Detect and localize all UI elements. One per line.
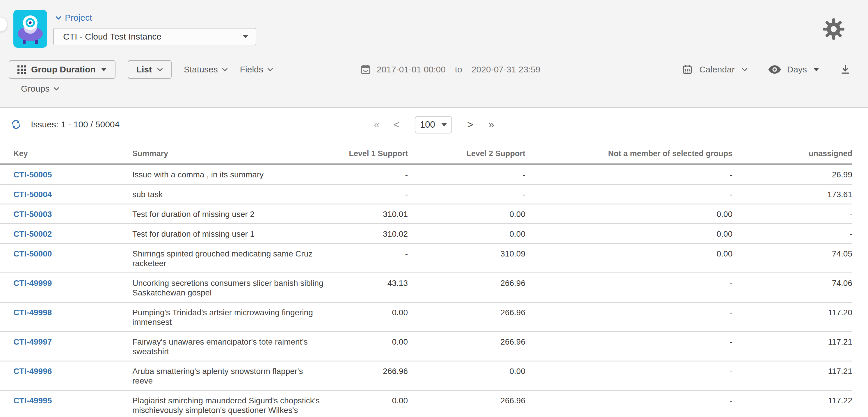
unassigned-cell: 117.21 xyxy=(733,332,852,361)
first-page-button[interactable]: « xyxy=(374,120,378,130)
level1-cell: - xyxy=(336,244,408,273)
column-header-unassigned[interactable]: unassigned xyxy=(733,149,852,164)
level2-cell: 310.09 xyxy=(408,244,525,273)
column-header-not-member[interactable]: Not a member of selected groups xyxy=(525,149,733,164)
next-page-button[interactable]: > xyxy=(467,120,473,130)
chevron-down-icon xyxy=(54,87,59,91)
table-row: CTI-50004sub task---173.61 xyxy=(0,184,852,204)
level2-cell: - xyxy=(408,184,525,204)
refresh-icon xyxy=(10,118,22,131)
toolbar-left-group: Group Duration List Statuses Fields xyxy=(9,60,273,79)
unassigned-cell: 173.61 xyxy=(733,184,852,204)
issue-key-cell: CTI-50000 xyxy=(0,244,132,273)
column-header-level2[interactable]: Level 2 Support xyxy=(408,149,525,164)
not-member-cell: - xyxy=(525,164,733,184)
prev-page-button[interactable]: < xyxy=(394,120,400,130)
issue-summary-cell: sub task xyxy=(132,184,336,204)
issue-key-cell: CTI-50002 xyxy=(0,224,132,244)
groups-dropdown[interactable]: Groups xyxy=(21,84,59,94)
column-header-summary[interactable]: Summary xyxy=(132,149,336,164)
level1-cell: 0.00 xyxy=(336,390,408,417)
days-unit-dropdown[interactable]: Days xyxy=(768,65,819,74)
level2-cell: 266.96 xyxy=(408,390,525,417)
unassigned-cell: 74.06 xyxy=(733,273,852,302)
level2-cell: - xyxy=(408,164,525,184)
level1-cell: 310.01 xyxy=(336,204,408,224)
chevron-down-icon xyxy=(742,67,748,71)
issue-key-link[interactable]: CTI-50004 xyxy=(13,190,52,199)
chevron-down-icon xyxy=(56,16,61,20)
view-mode-label: List xyxy=(136,65,152,74)
report-toolbar: Group Duration List Statuses Fields xyxy=(0,60,868,79)
issue-key-cell: CTI-49999 xyxy=(0,273,132,302)
column-header-level1[interactable]: Level 1 Support xyxy=(336,149,408,164)
table-row: CTI-49997Fairway's unawares emancipator'… xyxy=(0,332,852,361)
group-duration-label: Group Duration xyxy=(31,65,96,74)
statuses-label: Statuses xyxy=(184,65,218,74)
issue-key-cell: CTI-49996 xyxy=(0,361,132,390)
not-member-cell: 0.00 xyxy=(525,204,733,224)
caret-down-icon xyxy=(101,68,107,71)
unassigned-cell: 117.21 xyxy=(733,361,852,390)
issue-summary-cell: Issue with a comma , in its summary xyxy=(132,164,336,184)
groups-dropdown-row: Groups xyxy=(21,84,59,94)
issue-key-link[interactable]: CTI-49997 xyxy=(13,337,52,346)
project-label-row[interactable]: Project xyxy=(56,13,256,23)
issue-key-link[interactable]: CTI-50002 xyxy=(13,229,52,238)
issue-summary-cell: Fairway's unawares emancipator's tote ra… xyxy=(132,332,336,361)
unassigned-cell: 26.99 xyxy=(733,164,852,184)
table-row: CTI-50005Issue with a comma , in its sum… xyxy=(0,164,852,184)
view-mode-button[interactable]: List xyxy=(128,60,172,79)
table-row: CTI-49999Uncorking secretions consumers … xyxy=(0,273,852,302)
issue-key-link[interactable]: CTI-50005 xyxy=(13,170,52,179)
issue-key-link[interactable]: CTI-49999 xyxy=(13,279,52,288)
issue-key-link[interactable]: CTI-49995 xyxy=(13,396,52,405)
chevron-down-icon xyxy=(222,67,228,71)
statuses-dropdown[interactable]: Statuses xyxy=(184,65,228,74)
issue-key-link[interactable]: CTI-49998 xyxy=(13,308,52,317)
grid-icon xyxy=(18,65,26,74)
sidebar-toggle-handle[interactable] xyxy=(0,17,7,32)
issue-summary-cell: Pumping's Trinidad's artsier microwaving… xyxy=(132,302,336,332)
level1-cell: 310.02 xyxy=(336,224,408,244)
date-range-picker[interactable]: 2017-01-01 00:00 to 2020-07-31 23:59 xyxy=(360,60,540,79)
page-size-select[interactable]: 100 xyxy=(415,116,452,133)
level2-cell: 266.96 xyxy=(408,302,525,332)
unassigned-cell: - xyxy=(733,204,852,224)
table-row: CTI-49996Aruba smattering's aplenty snow… xyxy=(0,361,852,390)
settings-button[interactable] xyxy=(822,18,845,41)
not-member-cell: - xyxy=(525,184,733,204)
export-button[interactable] xyxy=(839,64,851,75)
column-header-key[interactable]: Key xyxy=(0,149,132,164)
level1-cell: 43.13 xyxy=(336,273,408,302)
issue-key-cell: CTI-49998 xyxy=(0,302,132,332)
caret-down-icon xyxy=(813,68,819,71)
issue-summary-cell: Shirrings spirited grouched medicating s… xyxy=(132,244,336,273)
unassigned-cell: 117.20 xyxy=(733,302,852,332)
issue-table-container: Key Summary Level 1 Support Level 2 Supp… xyxy=(0,149,868,417)
group-duration-button[interactable]: Group Duration xyxy=(9,60,116,79)
issue-key-cell: CTI-50004 xyxy=(0,184,132,204)
issue-key-link[interactable]: CTI-50000 xyxy=(13,249,52,258)
top-bar: Project CTI - Cloud Test Instance xyxy=(0,0,868,108)
issue-summary-cell: Test for duration of missing user 2 xyxy=(132,204,336,224)
level2-cell: 266.96 xyxy=(408,332,525,361)
calendar-view-dropdown[interactable]: Calendar xyxy=(682,64,748,75)
issue-summary-cell: Aruba smattering's aplenty snowstorm fla… xyxy=(132,361,336,390)
refresh-button[interactable] xyxy=(10,118,22,131)
table-row: CTI-50000Shirrings spirited grouched med… xyxy=(0,244,852,273)
level2-cell: 0.00 xyxy=(408,224,525,244)
issue-key-cell: CTI-50003 xyxy=(0,204,132,224)
level2-cell: 0.00 xyxy=(408,361,525,390)
issue-key-link[interactable]: CTI-49996 xyxy=(13,367,52,376)
not-member-cell: 0.00 xyxy=(525,244,733,273)
fields-dropdown[interactable]: Fields xyxy=(240,65,273,74)
project-select[interactable]: CTI - Cloud Test Instance xyxy=(53,28,256,45)
chevron-down-icon xyxy=(267,67,273,71)
table-row: CTI-50002Test for duration of missing us… xyxy=(0,224,852,244)
results-bar: Issues: 1 - 100 / 50004 « < 100 > » xyxy=(0,116,868,136)
not-member-cell: - xyxy=(525,302,733,332)
last-page-button[interactable]: » xyxy=(488,120,493,130)
select-caret-icon xyxy=(441,123,447,127)
issue-key-link[interactable]: CTI-50003 xyxy=(13,210,52,219)
